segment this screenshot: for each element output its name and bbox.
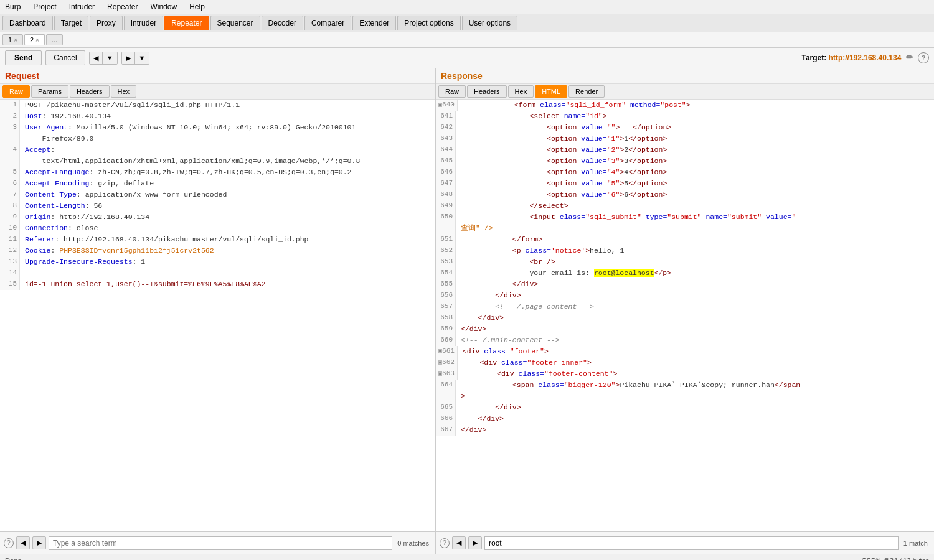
cancel-button[interactable]: Cancel (45, 50, 85, 65)
line-number: ▣662 (436, 357, 458, 368)
request-line: 13Upgrade-Insecure-Requests: 1 (0, 256, 435, 268)
menu-window[interactable]: Window (148, 1, 179, 12)
line-content: > (456, 391, 934, 402)
menu-burp[interactable]: Burp (2, 1, 23, 12)
response-panel: Response Raw Headers Hex HTML Render ▣64… (436, 68, 934, 554)
tab-project-options[interactable]: Project options (397, 16, 460, 30)
toolbar: Send Cancel ◀ ▼ ▶ ▼ Target: http://192.1… (0, 48, 934, 68)
menu-project[interactable]: Project (31, 1, 59, 12)
line-number: 664 (436, 380, 456, 391)
tab-target[interactable]: Target (54, 16, 88, 30)
line-number: 649 (436, 200, 456, 212)
request-search-input[interactable] (49, 536, 392, 550)
line-number: 15 (0, 279, 20, 290)
tab-decoder[interactable]: Decoder (262, 16, 303, 30)
close-tab-1-icon[interactable]: × (14, 37, 17, 44)
line-content: User-Agent: Mozilla/5.0 (Windows NT 10.0… (20, 122, 435, 133)
response-tab-render[interactable]: Render (568, 85, 605, 98)
menu-intruder[interactable]: Intruder (67, 1, 97, 12)
response-line: 658 </div> (436, 312, 934, 324)
tab-repeater[interactable]: Repeater (164, 16, 209, 30)
line-content: your email is: root@localhost</p> (456, 268, 934, 279)
close-tab-2-icon[interactable]: × (35, 37, 39, 44)
forward-button[interactable]: ▶ (122, 52, 135, 64)
line-content: POST /pikachu-master/vul/sqli/sqli_id.ph… (20, 100, 435, 111)
repeater-tab-2-label: 2 (30, 36, 34, 44)
request-line: 10Connection: close (0, 223, 435, 234)
tab-proxy[interactable]: Proxy (90, 16, 123, 30)
request-tab-params[interactable]: Params (31, 85, 68, 98)
line-content: id=-1 union select 1,user()--+&submit=%E… (20, 279, 435, 290)
request-search-prev-button[interactable]: ◀ (16, 536, 30, 549)
response-code-area[interactable]: ▣640 <form class="sqli_id_form" method="… (436, 100, 934, 531)
response-sub-tabs: Raw Headers Hex HTML Render (436, 84, 934, 100)
line-number: 1 (0, 100, 20, 111)
response-search-input[interactable] (484, 536, 899, 550)
line-content: <option value="6">6</option> (456, 189, 934, 200)
response-line: 647 <option value="5">5</option> (436, 178, 934, 189)
request-line: 5Accept-Language: zh-CN,zh;q=0.8,zh-TW;q… (0, 167, 435, 178)
response-line: 652 <p class='notice'>hello, 1 (436, 245, 934, 256)
response-line: 641 <select name="id"> (436, 111, 934, 122)
line-number: 6 (0, 178, 20, 189)
tab-sequencer[interactable]: Sequencer (210, 16, 260, 30)
response-tab-html[interactable]: HTML (535, 85, 567, 98)
line-content: <form class="sqli_id_form" method="post"… (458, 100, 934, 111)
request-tab-raw[interactable]: Raw (2, 85, 30, 98)
back-button[interactable]: ◀ (90, 52, 103, 64)
request-search-help-icon[interactable]: ? (4, 538, 14, 548)
menu-help[interactable]: Help (187, 1, 207, 12)
response-tab-headers[interactable]: Headers (467, 85, 507, 98)
line-number (0, 156, 20, 167)
response-line: 665 </div> (436, 402, 934, 413)
send-button[interactable]: Send (5, 50, 42, 65)
request-line: 6Accept-Encoding: gzip, deflate (0, 178, 435, 189)
repeater-tab-more[interactable]: ... (46, 34, 63, 45)
repeater-tab-1[interactable]: 1 × (2, 34, 23, 45)
request-tab-hex[interactable]: Hex (111, 85, 137, 98)
line-content: </div> (456, 312, 934, 324)
response-search-next-button[interactable]: ▶ (468, 536, 482, 549)
request-tab-headers[interactable]: Headers (70, 85, 110, 98)
line-content: <option value="5">5</option> (456, 178, 934, 189)
response-search-help-icon[interactable]: ? (440, 538, 450, 548)
tab-dashboard[interactable]: Dashboard (2, 16, 53, 30)
repeater-tabs: 1 × 2 × ... (0, 32, 934, 48)
response-line: 644 <option value="2">2</option> (436, 144, 934, 156)
line-content: <option value="1">1</option> (456, 133, 934, 144)
response-tab-raw[interactable]: Raw (438, 85, 466, 98)
tab-comparer[interactable]: Comparer (304, 16, 351, 30)
tab-intruder[interactable]: Intruder (124, 16, 163, 30)
status-left: Done (5, 557, 21, 561)
request-search-next-button[interactable]: ▶ (32, 536, 46, 549)
line-content: <option value="">---</option> (456, 122, 934, 133)
main-tab-bar: DashboardTargetProxyIntruderRepeaterSequ… (0, 14, 934, 32)
request-code-area[interactable]: 1POST /pikachu-master/vul/sqli/sqli_id.p… (0, 100, 435, 531)
repeater-tab-2[interactable]: 2 × (24, 34, 45, 45)
response-line: 643 <option value="1">1</option> (436, 133, 934, 144)
line-number: 12 (0, 245, 20, 256)
request-line: 2Host: 192.168.40.134 (0, 111, 435, 122)
line-number (436, 391, 456, 402)
toolbar-help-icon[interactable]: ? (918, 52, 929, 63)
line-number: 14 (0, 268, 20, 279)
response-match-count: 1 match (903, 539, 928, 547)
line-content: </div> (456, 324, 934, 335)
edit-target-icon[interactable]: ✏ (906, 52, 913, 62)
line-number: 665 (436, 402, 456, 413)
response-tab-hex[interactable]: Hex (508, 85, 534, 98)
line-content: Connection: close (20, 223, 435, 234)
response-search-prev-button[interactable]: ◀ (452, 536, 466, 549)
line-content: </div> (456, 290, 934, 301)
response-line: ▣662 <div class="footer-inner"> (436, 357, 934, 368)
menu-repeater[interactable]: Repeater (105, 1, 140, 12)
tab-extender[interactable]: Extender (352, 16, 396, 30)
forward-dropdown-button[interactable]: ▼ (135, 52, 149, 64)
request-line: 8Content-Length: 56 (0, 200, 435, 212)
back-dropdown-button[interactable]: ▼ (103, 52, 117, 64)
tab-user-options[interactable]: User options (462, 16, 517, 30)
line-content: Firefox/89.0 (20, 133, 435, 144)
response-line: 查询" /> (436, 223, 934, 234)
response-line: 654 your email is: root@localhost</p> (436, 268, 934, 279)
line-number: 660 (436, 335, 456, 346)
